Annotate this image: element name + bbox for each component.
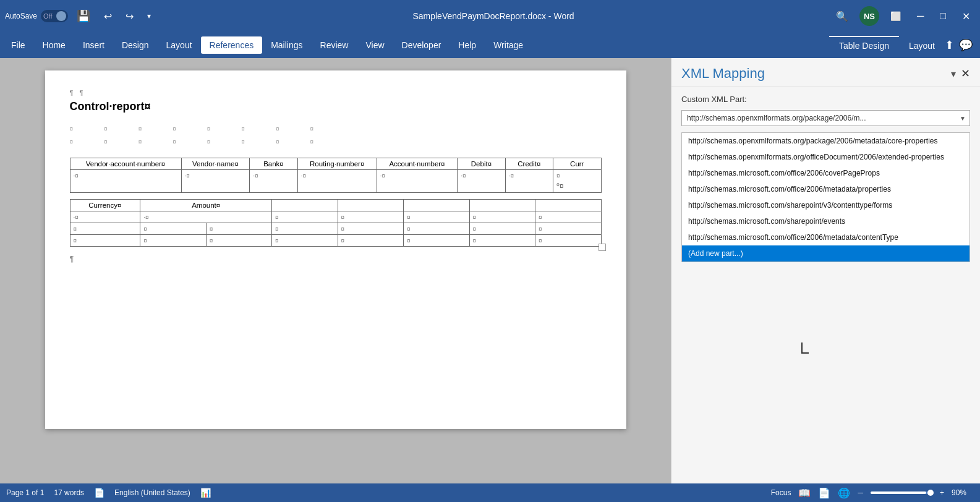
col-empty5	[535, 200, 601, 211]
menu-bar: File Home Insert Design Layout Reference…	[0, 32, 980, 58]
focus-button[interactable]: Focus	[771, 488, 791, 497]
toggle-off-text: Off	[43, 12, 52, 20]
table-row: ¤ ¤ ¤ ¤ ¤ ¤ ¤ ¤	[70, 235, 601, 247]
menu-references[interactable]: References	[201, 36, 263, 54]
xml-dropdown-wrapper: http://schemas.openxmlformats.org/packag…	[681, 110, 970, 126]
document-filename: SampleVendPaymDocReport.docx	[412, 11, 546, 21]
menu-home[interactable]: Home	[34, 36, 74, 54]
col-amount: Amount¤	[140, 200, 272, 211]
xml-dropdown-value: http://schemas.openxmlformats.org/packag…	[687, 114, 866, 122]
zoom-in-button[interactable]: +	[940, 488, 944, 497]
xml-panel-empty	[671, 293, 980, 484]
table-row: ·¤ ·¤ ·¤ ·¤ ·¤ ·¤ ·¤ ¤ ⁰¤	[70, 170, 601, 193]
redo-button[interactable]: ↪	[121, 8, 138, 25]
doc-area: ¶ ¶ Control·report¤ ¤¤¤¤¤¤¤¤ ¤¤¤¤¤¤¤¤	[0, 58, 671, 483]
undo-button[interactable]: ↩	[99, 8, 117, 25]
main-table-wrap: Vendor·account·number¤ Vendor·name¤ Bank…	[70, 158, 602, 193]
word-page: ¶ ¶ Control·report¤ ¤¤¤¤¤¤¤¤ ¤¤¤¤¤¤¤¤	[45, 70, 626, 429]
menu-icons-right: ⬆ 💬	[945, 38, 978, 52]
comments-icon[interactable]: 💬	[959, 38, 973, 52]
app-name: Word	[553, 11, 574, 21]
page-info: Page 1 of 1	[6, 488, 44, 497]
col-empty4	[469, 200, 535, 211]
col-debit: Debit¤	[458, 158, 505, 170]
xml-list-item-4[interactable]: http://schemas.microsoft.com/sharepoint/…	[682, 197, 969, 213]
ribbon-display-button[interactable]: ⬜	[885, 9, 906, 23]
word-count: 17 words	[54, 488, 84, 497]
customize-button[interactable]: ▾	[142, 9, 156, 23]
xml-panel-header: XML Mapping ▾ ✕	[671, 58, 980, 87]
toggle-knob	[56, 11, 66, 21]
autosave-label: AutoSave	[5, 12, 37, 20]
table-row: ·¤ ·¤ ¤ ¤ ¤ ¤ ¤	[70, 211, 601, 223]
col-empty1	[272, 200, 338, 211]
panel-chevron-icon[interactable]: ▾	[951, 68, 956, 80]
title-bar-right: 🔍 NS ⬜ ─ □ ✕	[831, 6, 975, 26]
cursor-icon	[801, 342, 809, 354]
col-empty3	[404, 200, 469, 211]
dropdown-arrow-icon: ▼	[960, 115, 966, 122]
doc-canvas: ¶ ¶ Control·report¤ ¤¤¤¤¤¤¤¤ ¤¤¤¤¤¤¤¤	[0, 58, 671, 483]
autosave-toggle[interactable]: Off	[41, 10, 68, 22]
xml-list-item-2[interactable]: http://schemas.microsoft.com/office/2006…	[682, 165, 969, 181]
menu-writage[interactable]: Writage	[485, 36, 532, 54]
menu-mailings[interactable]: Mailings	[262, 36, 311, 54]
col-bank: Bank¤	[250, 158, 297, 170]
xml-list-item-0[interactable]: http://schemas.openxmlformats.org/packag…	[682, 133, 969, 149]
close-button[interactable]: ✕	[957, 8, 975, 25]
col-routing: Routing·number¤	[297, 158, 377, 170]
menu-file[interactable]: File	[2, 36, 34, 54]
zoom-level[interactable]: 90%	[952, 488, 974, 497]
minimize-button[interactable]: ─	[912, 8, 929, 24]
xml-list-item-5[interactable]: http://schemas.microsoft.com/sharepoint/…	[682, 213, 969, 229]
web-layout-icon[interactable]: 🌐	[838, 487, 850, 499]
col-currency: Currency¤	[70, 200, 140, 211]
xml-list-item-6[interactable]: http://schemas.microsoft.com/office/2006…	[682, 229, 969, 245]
end-para-mark: ¶	[70, 254, 74, 263]
menu-review[interactable]: Review	[312, 36, 357, 54]
menu-help[interactable]: Help	[450, 36, 485, 54]
xml-panel-close-button[interactable]: ✕	[961, 67, 970, 80]
dots-row-2: ¤¤¤¤¤¤¤¤	[70, 136, 602, 148]
menu-insert[interactable]: Insert	[74, 36, 113, 54]
save-button[interactable]: 💾	[72, 7, 95, 25]
col-account-num: Account·number¤	[377, 158, 458, 170]
status-bar: Page 1 of 1 17 words 📄 English (United S…	[0, 483, 980, 502]
zoom-out-button[interactable]: ─	[858, 488, 863, 497]
zoom-bar	[871, 491, 932, 494]
col-empty2	[338, 200, 403, 211]
print-layout-icon[interactable]: 📄	[818, 487, 830, 499]
para-icon: ¶	[70, 89, 74, 96]
tab-table-design[interactable]: Table Design	[829, 36, 899, 54]
tab-layout[interactable]: Layout	[899, 36, 945, 54]
status-right: Focus 📖 📄 🌐 ─ + 90%	[771, 487, 974, 499]
xml-panel-title: XML Mapping	[681, 66, 951, 82]
xml-list-item-1[interactable]: http://schemas.openxmlformats.org/office…	[682, 149, 969, 165]
track-changes-icon: 📊	[200, 488, 211, 498]
custom-xml-label: Custom XML Part:	[681, 95, 970, 104]
title-bar: AutoSave Off 💾 ↩ ↪ ▾ SampleVendPaymDocRe…	[0, 0, 980, 32]
document-title: Control·report¤	[70, 100, 602, 113]
menu-layout[interactable]: Layout	[158, 36, 201, 54]
zoom-fill	[871, 491, 926, 494]
share-icon[interactable]: ⬆	[945, 38, 954, 52]
col-curr: Curr	[553, 158, 601, 170]
main-layout: ¶ ¶ Control·report¤ ¤¤¤¤¤¤¤¤ ¤¤¤¤¤¤¤¤	[0, 58, 980, 483]
menu-design[interactable]: Design	[113, 36, 158, 54]
xml-list-item-7[interactable]: (Add new part...)	[682, 245, 969, 262]
search-button[interactable]: 🔍	[831, 8, 853, 25]
context-tabs: Table Design Layout	[829, 36, 945, 54]
col-credit: Credit¤	[505, 158, 553, 170]
xml-panel-body: Custom XML Part: http://schemas.openxmlf…	[671, 87, 980, 293]
col-vendor-account: Vendor·account·number¤	[70, 158, 181, 170]
title-bar-left: AutoSave Off 💾 ↩ ↪ ▾	[5, 7, 156, 25]
xml-part-dropdown[interactable]: http://schemas.openxmlformats.org/packag…	[681, 110, 970, 126]
xml-list-item-3[interactable]: http://schemas.microsoft.com/office/2006…	[682, 181, 969, 197]
menu-view[interactable]: View	[357, 36, 393, 54]
title-center: SampleVendPaymDocReport.docx - Word	[161, 11, 826, 21]
avatar[interactable]: NS	[859, 6, 879, 26]
maximize-button[interactable]: □	[935, 8, 951, 24]
language: English (United States)	[114, 488, 190, 497]
read-mode-icon[interactable]: 📖	[798, 487, 811, 499]
menu-developer[interactable]: Developer	[393, 36, 450, 54]
